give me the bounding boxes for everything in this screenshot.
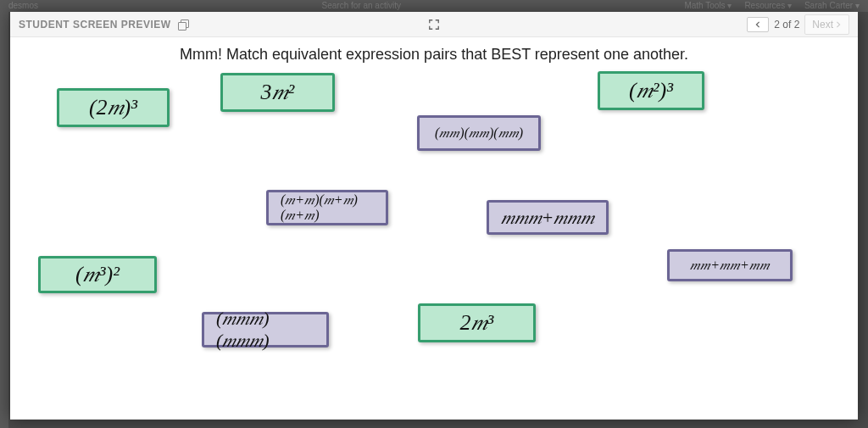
card-2m-cubed[interactable]: (2𝑚)³	[57, 88, 170, 127]
bg-logo: desmos	[8, 1, 38, 11]
background-sidebar	[0, 12, 8, 428]
prompt-text: Mmm! Match equivalent expression pairs t…	[10, 37, 858, 69]
header-nav: 2 of 2 Next	[747, 14, 849, 35]
next-label: Next	[812, 19, 833, 31]
page-indicator: 2 of 2	[774, 19, 799, 31]
card-3m-squared[interactable]: 3𝑚²	[220, 73, 335, 112]
bg-resources: Resources ▾	[744, 1, 792, 11]
chevron-right-icon	[835, 21, 842, 28]
bg-user: Sarah Carter ▾	[804, 1, 860, 11]
header-title: STUDENT SCREEN PREVIEW	[19, 19, 171, 31]
card-m2-cubed[interactable]: (𝑚²)³	[598, 71, 704, 110]
card-2m3[interactable]: 2𝑚³	[418, 303, 536, 342]
card-m3-squared[interactable]: (𝑚³)²	[38, 256, 157, 293]
prev-button[interactable]	[747, 17, 769, 32]
chevron-left-icon	[754, 21, 761, 28]
background-nav: desmos Search for an activity Math Tools…	[0, 0, 868, 12]
bg-math-tools: Math Tools ▾	[684, 1, 732, 11]
card-mmm-mmm[interactable]: (𝑚𝑚𝑚)(𝑚𝑚𝑚)	[202, 312, 329, 347]
copy-icon[interactable]	[178, 19, 188, 30]
expand-icon[interactable]	[428, 19, 440, 31]
activity-canvas[interactable]: Mmm! Match equivalent expression pairs t…	[10, 37, 858, 420]
preview-header: STUDENT SCREEN PREVIEW 2 of 2 Next	[10, 12, 858, 37]
bg-search: Search for an activity	[322, 1, 401, 11]
card-mplusm-triple[interactable]: (𝑚+𝑚)(𝑚+𝑚)(𝑚+𝑚)	[266, 190, 388, 225]
next-button[interactable]: Next	[804, 14, 849, 35]
card-mmm-plus-mmm[interactable]: 𝑚𝑚𝑚+𝑚𝑚𝑚	[487, 200, 609, 235]
card-mm-plus-mm-plus-mm[interactable]: 𝑚𝑚+𝑚𝑚+𝑚𝑚	[667, 249, 793, 281]
card-mm-mm-mm[interactable]: (𝑚𝑚)(𝑚𝑚)(𝑚𝑚)	[417, 115, 541, 151]
header-title-group: STUDENT SCREEN PREVIEW	[19, 19, 188, 31]
preview-window: STUDENT SCREEN PREVIEW 2 of 2 Next Mmm! …	[10, 12, 858, 420]
